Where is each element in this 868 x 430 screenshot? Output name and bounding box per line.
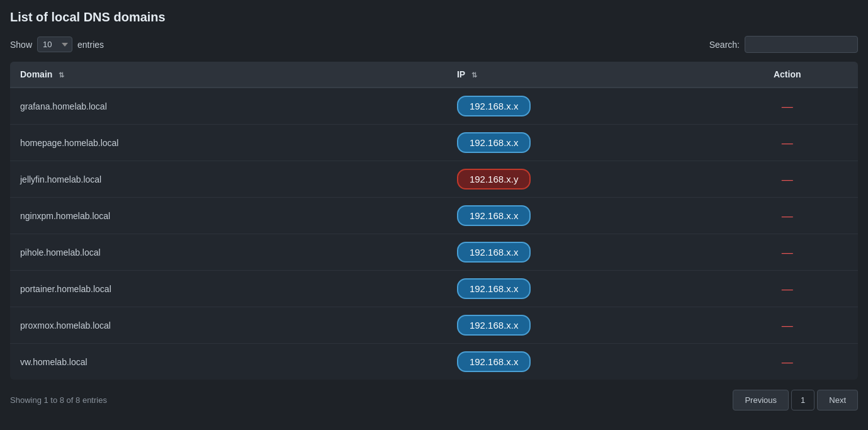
table-row: jellyfin.homelab.local192.168.x.y— [10, 161, 858, 198]
table-row: nginxpm.homelab.local192.168.x.x— [10, 198, 858, 234]
action-cell: — [716, 161, 858, 198]
domain-cell: proxmox.homelab.local [10, 307, 447, 344]
action-cell: — [716, 344, 858, 380]
table-row: pihole.homelab.local192.168.x.x— [10, 234, 858, 271]
table-row: proxmox.homelab.local192.168.x.x— [10, 307, 858, 344]
delete-button[interactable]: — [777, 355, 798, 369]
domain-cell: pihole.homelab.local [10, 234, 447, 271]
next-button[interactable]: Next [817, 390, 858, 410]
domain-cell: vw.homelab.local [10, 344, 447, 380]
pagination: Previous 1 Next [733, 390, 858, 410]
domain-sort-icon[interactable]: ⇅ [59, 71, 64, 79]
domain-cell: jellyfin.homelab.local [10, 161, 447, 198]
action-cell: — [716, 234, 858, 271]
delete-button[interactable]: — [777, 99, 798, 113]
delete-button[interactable]: — [777, 319, 798, 332]
dns-table: Domain ⇅ IP ⇅ Action grafana.homelab.loc… [10, 62, 858, 380]
controls-row: Show 10 25 50 100 entries Search: [10, 36, 858, 53]
delete-button[interactable]: — [777, 209, 798, 223]
delete-button[interactable]: — [777, 246, 798, 259]
show-entries: Show 10 25 50 100 entries [10, 37, 104, 52]
ip-value: 192.168.x.x [457, 351, 531, 372]
footer-row: Showing 1 to 8 of 8 entries Previous 1 N… [10, 390, 858, 410]
table-row: grafana.homelab.local192.168.x.x— [10, 88, 858, 125]
delete-button[interactable]: — [777, 136, 798, 150]
ip-cell: 192.168.x.x [447, 234, 717, 271]
action-column-header: Action [716, 62, 858, 88]
domain-column-header: Domain ⇅ [10, 62, 447, 88]
action-cell: — [716, 271, 858, 307]
action-cell: — [716, 88, 858, 125]
delete-button[interactable]: — [777, 173, 798, 186]
ip-sort-icon[interactable]: ⇅ [471, 71, 477, 79]
search-input[interactable] [745, 36, 858, 53]
table-row: portainer.homelab.local192.168.x.x— [10, 271, 858, 307]
previous-button[interactable]: Previous [733, 390, 789, 410]
delete-button[interactable]: — [777, 282, 798, 296]
ip-value: 192.168.x.x [457, 205, 531, 226]
show-label: Show [10, 40, 32, 50]
domain-cell: nginxpm.homelab.local [10, 198, 447, 234]
table-row: homepage.homelab.local192.168.x.x— [10, 125, 858, 161]
ip-cell: 192.168.x.x [447, 271, 717, 307]
ip-cell: 192.168.x.x [447, 198, 717, 234]
domain-cell: portainer.homelab.local [10, 271, 447, 307]
ip-column-header: IP ⇅ [447, 62, 717, 88]
action-cell: — [716, 307, 858, 344]
search-area: Search: [709, 36, 858, 53]
entries-select[interactable]: 10 25 50 100 [37, 37, 72, 52]
ip-value: 192.168.x.x [457, 278, 531, 299]
ip-value: 192.168.x.x [457, 242, 531, 263]
page-title: List of local DNS domains [10, 10, 858, 25]
search-label: Search: [709, 40, 740, 50]
ip-cell: 192.168.x.x [447, 88, 717, 125]
ip-cell: 192.168.x.y [447, 161, 717, 198]
ip-cell: 192.168.x.x [447, 125, 717, 161]
ip-value: 192.168.x.x [457, 132, 531, 153]
showing-text: Showing 1 to 8 of 8 entries [10, 395, 107, 405]
action-cell: — [716, 198, 858, 234]
entries-label: entries [77, 40, 104, 50]
ip-value: 192.168.x.y [457, 169, 531, 190]
table-row: vw.homelab.local192.168.x.x— [10, 344, 858, 380]
action-cell: — [716, 125, 858, 161]
ip-cell: 192.168.x.x [447, 344, 717, 380]
ip-value: 192.168.x.x [457, 96, 531, 116]
ip-cell: 192.168.x.x [447, 307, 717, 344]
current-page: 1 [791, 390, 814, 410]
ip-value: 192.168.x.x [457, 315, 531, 336]
table-header-row: Domain ⇅ IP ⇅ Action [10, 62, 858, 88]
domain-cell: homepage.homelab.local [10, 125, 447, 161]
domain-cell: grafana.homelab.local [10, 88, 447, 125]
